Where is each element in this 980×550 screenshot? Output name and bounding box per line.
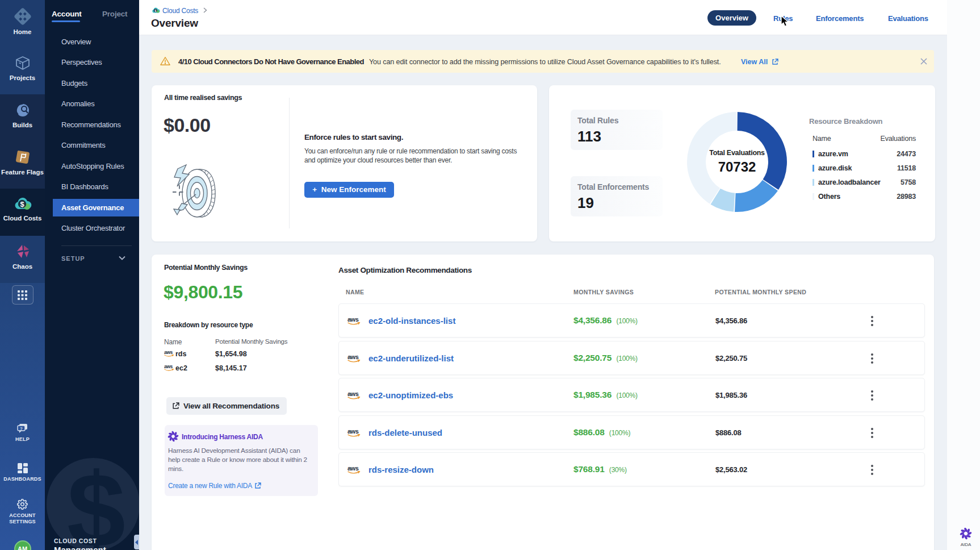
svg-text:aws: aws (347, 353, 359, 360)
svg-text:aws: aws (347, 428, 359, 435)
svg-text:$: $ (154, 9, 156, 13)
svg-text:aws: aws (164, 364, 173, 369)
svg-text:$: $ (20, 200, 24, 209)
svg-text:aws: aws (347, 465, 359, 472)
svg-text:aws: aws (164, 349, 173, 355)
svg-text:aws: aws (347, 316, 359, 323)
svg-text:aws: aws (347, 390, 359, 397)
svg-text:?: ? (20, 426, 23, 431)
